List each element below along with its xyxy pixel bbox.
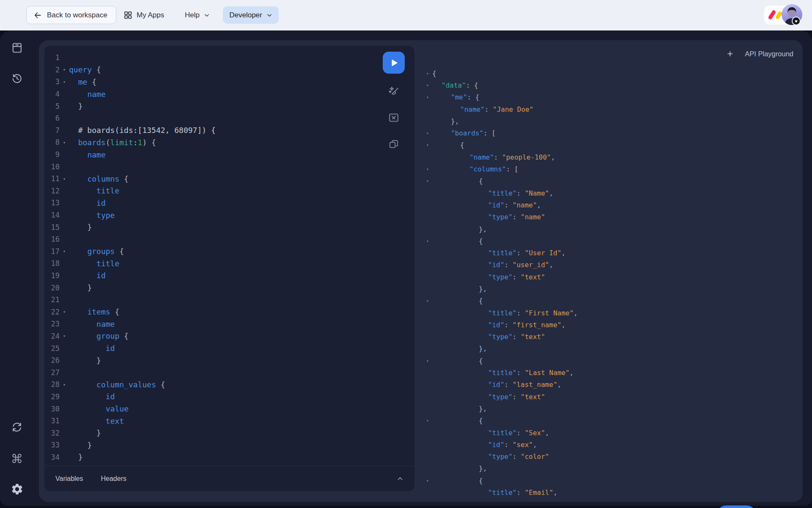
- fold-arrow-icon[interactable]: ▾: [60, 382, 69, 387]
- history-icon[interactable]: [10, 71, 24, 86]
- code-text: name: [69, 90, 106, 99]
- code-line[interactable]: 29id: [44, 391, 414, 403]
- json-row: ▾{: [414, 139, 803, 151]
- code-line[interactable]: 15}: [44, 221, 414, 233]
- code-line[interactable]: 16: [44, 233, 414, 246]
- code-line[interactable]: 32}: [44, 427, 414, 439]
- json-text: {: [414, 141, 464, 149]
- code-line[interactable]: 8▾boards(limit:1) {: [44, 136, 414, 149]
- code-line[interactable]: 18title: [44, 257, 414, 270]
- code-line[interactable]: 17▾groups {: [44, 246, 414, 258]
- fold-arrow-icon[interactable]: ▾: [60, 249, 69, 254]
- keyboard-shortcuts-icon[interactable]: [10, 451, 24, 466]
- fold-arrow-icon[interactable]: ▾: [425, 83, 431, 88]
- json-text: },: [414, 285, 487, 293]
- code-line[interactable]: 6: [44, 112, 414, 124]
- fold-arrow-icon[interactable]: ▾: [425, 418, 431, 423]
- code-line[interactable]: 22▾items {: [44, 306, 414, 318]
- json-row: ▾{: [414, 67, 803, 79]
- tab-headers[interactable]: Headers: [96, 472, 132, 486]
- line-number: 17: [44, 247, 60, 256]
- code-line[interactable]: 20}: [44, 282, 414, 294]
- code-line[interactable]: 14type: [44, 209, 414, 221]
- json-row: "id": "name",: [414, 199, 803, 211]
- json-text: "type": "text": [414, 333, 545, 341]
- json-row: ▾{: [414, 475, 803, 486]
- json-text: },: [414, 345, 487, 353]
- code-text: me {: [69, 77, 96, 86]
- collapse-footer-button[interactable]: [397, 475, 403, 482]
- code-line[interactable]: 26}: [44, 354, 414, 367]
- code-line[interactable]: 25id: [44, 342, 414, 354]
- line-number: 19: [44, 271, 60, 280]
- code-line[interactable]: 27: [44, 366, 414, 378]
- code-line[interactable]: 7# boards(ids:[13542, 68097]) {: [44, 124, 414, 137]
- code-line[interactable]: 3▾me {: [44, 76, 414, 88]
- fold-arrow-icon[interactable]: ▾: [425, 143, 431, 147]
- response-header: + API Playground: [727, 49, 793, 59]
- json-row: "type": "name": [414, 211, 803, 223]
- settings-icon[interactable]: [10, 482, 24, 496]
- json-text: "id": "user_id",: [414, 261, 553, 269]
- fold-arrow-icon[interactable]: ▾: [60, 140, 69, 145]
- code-line[interactable]: 31text: [44, 415, 414, 427]
- code-line[interactable]: 28▾column_values {: [44, 378, 414, 391]
- tab-variables[interactable]: Variables: [50, 472, 88, 486]
- code-line[interactable]: 34}: [44, 451, 414, 464]
- query-editor[interactable]: 12▾query {3▾me {4name5}67# boards(ids:[1…: [44, 46, 414, 491]
- query-code-area[interactable]: 12▾query {3▾me {4name5}67# boards(ids:[1…: [44, 46, 414, 466]
- run-query-button[interactable]: [383, 52, 405, 74]
- my-apps-button[interactable]: My Apps: [123, 6, 164, 24]
- fold-arrow-icon[interactable]: ▾: [425, 167, 431, 171]
- fold-arrow-icon[interactable]: ▾: [425, 95, 431, 99]
- code-line[interactable]: 23name: [44, 318, 414, 330]
- code-line[interactable]: 9name: [44, 149, 414, 161]
- help-menu[interactable]: Help: [185, 6, 210, 24]
- fold-arrow-icon[interactable]: ▾: [60, 80, 69, 84]
- code-line[interactable]: 4name: [44, 88, 414, 100]
- merge-fragments-button[interactable]: [383, 109, 405, 126]
- json-text: },: [414, 117, 459, 125]
- prettify-query-button[interactable]: [383, 83, 405, 100]
- fold-arrow-icon[interactable]: ▾: [425, 478, 431, 483]
- logo-red-mark: [768, 9, 776, 20]
- code-line[interactable]: 5}: [44, 100, 414, 112]
- code-line[interactable]: 12title: [44, 185, 414, 197]
- fold-arrow-icon[interactable]: ▾: [425, 239, 431, 243]
- code-line[interactable]: 10: [44, 160, 414, 173]
- copy-query-button[interactable]: [383, 135, 405, 152]
- code-line[interactable]: 11▾columns {: [44, 173, 414, 185]
- refresh-schema-icon[interactable]: [10, 420, 24, 434]
- docs-icon[interactable]: [10, 41, 24, 55]
- code-text: type: [69, 211, 115, 220]
- fold-arrow-icon[interactable]: ▾: [425, 71, 431, 76]
- fold-arrow-icon[interactable]: ▾: [425, 359, 431, 363]
- fold-arrow-icon[interactable]: ▾: [425, 179, 431, 183]
- fold-arrow-icon[interactable]: ▾: [425, 298, 431, 303]
- fold-arrow-icon[interactable]: ▾: [60, 309, 69, 314]
- code-line[interactable]: 13id: [44, 197, 414, 209]
- code-line[interactable]: 33}: [44, 439, 414, 451]
- tab-api-playground[interactable]: API Playground: [745, 50, 793, 58]
- developer-menu[interactable]: Developer: [223, 6, 279, 24]
- back-to-workspace-button[interactable]: Back to workspace: [26, 6, 116, 24]
- help-button[interactable]: Help: [717, 505, 756, 508]
- json-row: "title": "Name",: [414, 187, 803, 199]
- add-tab-button[interactable]: +: [727, 49, 733, 59]
- json-row: },: [414, 403, 803, 414]
- json-row: ▾{: [414, 175, 803, 187]
- fold-arrow-icon[interactable]: ▾: [60, 177, 69, 181]
- code-line[interactable]: 24▾group {: [44, 330, 414, 342]
- fold-arrow-icon[interactable]: ▾: [60, 67, 69, 72]
- code-line[interactable]: 2▾query {: [44, 64, 414, 76]
- code-line[interactable]: 21: [44, 294, 414, 306]
- code-line[interactable]: 1: [44, 52, 414, 64]
- fold-arrow-icon[interactable]: ▾: [425, 131, 431, 135]
- code-line[interactable]: 30value: [44, 403, 414, 415]
- json-row: ▾"me": {: [414, 91, 803, 103]
- prettify-icon: [387, 85, 400, 98]
- code-line[interactable]: 19id: [44, 270, 414, 282]
- response-viewer: + API Playground ▾{▾"data": {▾"me": {"na…: [414, 40, 803, 502]
- json-row: "type": "text": [414, 271, 803, 283]
- fold-arrow-icon[interactable]: ▾: [60, 334, 69, 338]
